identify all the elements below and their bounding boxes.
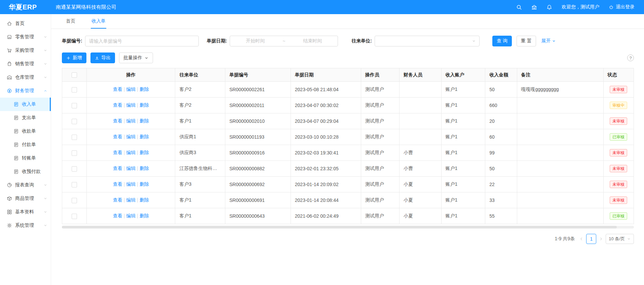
- edit-link[interactable]: 编辑: [126, 166, 136, 171]
- edit-link[interactable]: 编辑: [126, 213, 136, 218]
- page-size-select[interactable]: 10 条/页: [606, 234, 634, 244]
- export-button-label: 导出: [101, 55, 111, 61]
- sidebar-item-purchase[interactable]: 采购管理: [0, 44, 51, 57]
- prev-page-button[interactable]: [579, 237, 583, 241]
- app-body: 首页零售管理采购管理销售管理仓库管理财务管理收入单支出单收款单付款单转账单收预付…: [0, 14, 644, 285]
- delete-link[interactable]: 删除: [140, 118, 149, 123]
- scrollbar-thumb[interactable]: [62, 226, 617, 228]
- delete-link[interactable]: 删除: [140, 86, 149, 92]
- delete-link[interactable]: 删除: [140, 197, 149, 203]
- tab-home[interactable]: 首页: [65, 14, 76, 29]
- logout-button[interactable]: 退出登录: [609, 4, 635, 10]
- view-link[interactable]: 查看: [113, 197, 122, 203]
- view-link[interactable]: 查看: [113, 213, 122, 218]
- cell-amount: 20: [485, 113, 517, 129]
- view-link[interactable]: 查看: [113, 118, 122, 123]
- topbar: 华夏ERP 南通某某网络科技有限公司 欢迎您，测试用户 退出登录: [0, 0, 644, 14]
- delete-link[interactable]: 删除: [140, 102, 149, 108]
- row-checkbox[interactable]: [72, 198, 77, 203]
- row-checkbox[interactable]: [72, 166, 77, 172]
- edit-link[interactable]: 编辑: [126, 181, 136, 187]
- edit-link[interactable]: 编辑: [126, 102, 136, 108]
- unit-select[interactable]: [375, 36, 480, 46]
- tab-income-bill[interactable]: 收入单: [91, 14, 106, 29]
- expand-link-label: 展开: [541, 38, 551, 44]
- row-checkbox[interactable]: [72, 150, 77, 156]
- batch-actions-button[interactable]: 批量操作: [119, 52, 153, 63]
- doc-icon: [13, 155, 19, 161]
- cell-bill-no: SR00000000691: [225, 192, 291, 208]
- sidebar-subitem-label: 收款单: [22, 128, 36, 134]
- cell-finance: [400, 98, 442, 113]
- view-link[interactable]: 查看: [113, 134, 122, 139]
- sidebar-subitem-receipt-bill[interactable]: 收款单: [0, 124, 51, 138]
- home-icon: [7, 21, 12, 26]
- sidebar-item-system[interactable]: 系统管理: [0, 219, 51, 232]
- sidebar-item-home[interactable]: 首页: [0, 17, 51, 30]
- edit-link[interactable]: 编辑: [126, 150, 136, 155]
- delete-link[interactable]: 删除: [140, 150, 149, 155]
- search-button[interactable]: 查 询: [492, 36, 512, 46]
- status-badge: 未审核: [610, 181, 627, 188]
- sidebar-item-base-data[interactable]: 基本资料: [0, 205, 51, 219]
- export-button[interactable]: 导出: [90, 52, 115, 63]
- view-link[interactable]: 查看: [113, 150, 122, 155]
- edit-link[interactable]: 编辑: [126, 197, 136, 203]
- view-link[interactable]: 查看: [113, 181, 122, 187]
- checkbox-cell: [62, 98, 87, 113]
- sidebar-subitem-expense-bill[interactable]: 支出单: [0, 111, 51, 124]
- delete-link[interactable]: 删除: [140, 134, 149, 139]
- horizontal-scrollbar[interactable]: [62, 226, 634, 228]
- edit-link[interactable]: 编辑: [126, 86, 136, 92]
- sidebar-subitem-transfer-bill[interactable]: 转账单: [0, 151, 51, 165]
- sidebar-subitem-payment-bill[interactable]: 付款单: [0, 138, 51, 151]
- purchase-icon: [7, 48, 12, 53]
- next-page-button[interactable]: [599, 237, 603, 241]
- table-row: 查看|编辑|删除客户2SR000000020112023-04-07 00:30…: [62, 98, 634, 113]
- cell-finance: [400, 113, 442, 129]
- page-number-button[interactable]: 1: [586, 234, 596, 244]
- row-checkbox[interactable]: [72, 182, 77, 187]
- view-link[interactable]: 查看: [113, 86, 122, 92]
- edit-link[interactable]: 编辑: [126, 118, 136, 123]
- sidebar-item-goods[interactable]: 商品管理: [0, 192, 51, 205]
- sidebar-item-warehouse[interactable]: 仓库管理: [0, 71, 51, 84]
- row-checkbox[interactable]: [72, 119, 77, 124]
- delete-link[interactable]: 删除: [140, 181, 149, 187]
- row-checkbox[interactable]: [72, 87, 77, 93]
- add-button[interactable]: 新增: [62, 52, 86, 63]
- actions-cell: 查看|编辑|删除: [87, 177, 175, 192]
- bill-no-input[interactable]: [85, 36, 199, 46]
- cell-amount: 33: [485, 192, 517, 208]
- sidebar-item-label: 基本资料: [15, 209, 43, 215]
- sidebar-item-sales[interactable]: 销售管理: [0, 57, 51, 71]
- sidebar-subitem-advance-receipt[interactable]: 收预付款: [0, 165, 51, 178]
- sidebar-item-report[interactable]: 报表查询: [0, 178, 51, 192]
- bell-icon[interactable]: [546, 4, 552, 10]
- column-header: 操作: [87, 68, 175, 82]
- delete-link[interactable]: 删除: [140, 213, 149, 218]
- delete-link[interactable]: 删除: [140, 166, 149, 171]
- sidebar-item-retail[interactable]: 零售管理: [0, 30, 51, 44]
- select-all-checkbox[interactable]: [72, 72, 77, 78]
- row-checkbox[interactable]: [72, 103, 77, 108]
- view-link[interactable]: 查看: [113, 102, 122, 108]
- page-content: 单据编号: 单据日期: 开始时间 ~ 结束时间 往来单位: 查 询: [51, 29, 644, 285]
- chevron-down-icon: [43, 197, 47, 201]
- column-header: 操作员: [361, 68, 399, 82]
- expand-link[interactable]: 展开: [541, 38, 556, 44]
- edit-link[interactable]: 编辑: [126, 134, 136, 139]
- row-checkbox[interactable]: [72, 214, 77, 219]
- platform-icon[interactable]: [531, 4, 537, 10]
- status-cell: 审核中: [603, 98, 634, 113]
- reset-button[interactable]: 重 置: [517, 36, 536, 46]
- date-range-picker[interactable]: 开始时间 ~ 结束时间: [230, 36, 338, 46]
- sidebar-subitem-income-bill[interactable]: 收入单: [0, 98, 51, 111]
- help-icon[interactable]: ?: [627, 55, 634, 61]
- sidebar-item-finance[interactable]: 财务管理: [0, 84, 51, 98]
- view-link[interactable]: 查看: [113, 166, 122, 171]
- sidebar-item-label: 销售管理: [15, 61, 43, 67]
- cell-date: 2023-01-14 20:09:02: [291, 177, 361, 192]
- row-checkbox[interactable]: [72, 135, 77, 140]
- search-icon[interactable]: [516, 4, 522, 10]
